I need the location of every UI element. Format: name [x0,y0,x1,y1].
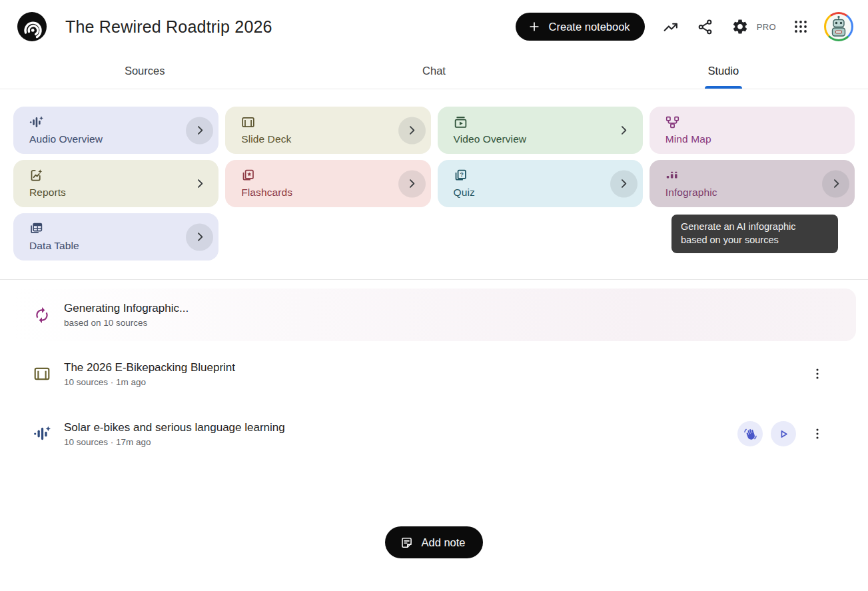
card-slide-deck[interactable]: Slide Deck [225,107,430,154]
notebooklm-logo-icon[interactable] [17,12,47,41]
card-data-table[interactable]: Data Table [13,213,218,261]
play-button[interactable] [771,421,796,446]
card-label: Video Overview [454,133,632,145]
tab-chat-label: Chat [422,65,446,77]
tab-sources[interactable]: Sources [0,53,289,89]
create-notebook-button[interactable]: Create notebook [516,13,645,41]
audio-waveform-icon [29,115,43,129]
note-icon [400,536,414,550]
plus-icon [528,20,541,33]
card-label: Quiz [454,187,632,199]
card-reports[interactable]: Reports [13,160,218,207]
settings-gear-icon[interactable] [725,11,755,42]
card-label: Reports [29,187,208,199]
card-label: Infographic [665,187,844,199]
card-video-overview[interactable]: Video Overview [438,107,643,154]
tab-chat[interactable]: Chat [289,53,578,89]
share-icon[interactable] [690,11,721,42]
header-actions: Create notebook PRO [516,11,853,42]
card-label: Mind Map [665,133,844,145]
notebook-title[interactable]: The Rewired Roadtrip 2026 [65,17,272,37]
infographic-icon [665,169,679,183]
active-tab-underline [705,86,742,89]
chevron-right-icon[interactable] [186,117,213,144]
analytics-icon[interactable] [655,11,686,42]
quiz-icon: ? [454,169,468,183]
apps-grid-icon[interactable] [785,11,816,42]
add-note-button[interactable]: Add note [385,526,482,558]
more-options-icon[interactable] [804,360,831,387]
add-note-container: Add note [0,526,868,558]
create-notebook-label: Create notebook [549,21,630,33]
card-label: Audio Overview [29,133,208,145]
flashcards-icon [241,169,255,183]
card-mind-map[interactable]: Mind Map [650,107,855,154]
tab-sources-label: Sources [125,65,165,77]
chevron-right-icon[interactable] [398,170,426,197]
card-quiz[interactable]: ? Quiz [438,160,643,207]
mind-map-icon [665,115,679,129]
chevron-right-icon[interactable] [822,170,849,197]
interactive-mode-button[interactable] [737,421,763,446]
chevron-right-icon[interactable] [610,117,638,144]
pro-badge: PRO [757,22,776,32]
audio-waveform-icon [33,425,51,442]
svg-text:?: ? [460,171,463,178]
infographic-tooltip: Generate an AI infographic based on your… [671,215,838,253]
artifact-title: Solar e-bikes and serious language learn… [64,421,285,434]
tooltip-line1: Generate an AI infographic [681,220,829,233]
video-overview-icon [454,115,468,129]
card-flashcards[interactable]: Flashcards [225,160,430,207]
reports-icon [29,169,43,183]
add-note-label: Add note [421,536,465,549]
chevron-right-icon[interactable] [398,117,426,144]
user-avatar[interactable] [824,12,853,41]
sync-icon [33,306,51,324]
artifact-generating-infographic[interactable]: Generating Infographic... based on 10 so… [12,289,856,341]
card-label: Flashcards [241,187,420,199]
tab-studio-label: Studio [707,65,739,77]
artifact-audio-overview[interactable]: Solar e-bikes and serious language learn… [12,408,856,460]
card-infographic[interactable]: Infographic [650,160,855,207]
artifact-list: Generating Infographic... based on 10 so… [0,280,868,460]
play-icon [777,427,791,441]
slide-deck-icon [241,115,255,129]
artifact-meta: based on 10 sources [64,318,189,328]
tooltip-line2: based on your sources [681,233,829,247]
data-table-icon [29,222,43,236]
card-label: Slide Deck [241,133,420,145]
chevron-right-icon[interactable] [186,170,213,197]
more-options-icon[interactable] [804,420,831,447]
tab-studio[interactable]: Studio [579,53,868,89]
artifact-title: The 2026 E-Bikepacking Blueprint [64,361,235,374]
artifact-title: Generating Infographic... [64,302,189,315]
artifact-slide-deck[interactable]: The 2026 E-Bikepacking Blueprint 10 sour… [12,348,856,400]
waving-hand-icon [743,427,757,441]
chevron-right-icon[interactable] [610,170,638,197]
card-audio-overview[interactable]: Audio Overview [13,107,218,154]
card-label: Data Table [29,240,208,252]
app-header: The Rewired Roadtrip 2026 Create noteboo… [0,0,868,53]
artifact-meta: 10 sources · 17m ago [64,437,285,447]
panel-tabbar: Sources Chat Studio [0,53,868,89]
chevron-right-icon[interactable] [186,223,213,251]
slide-deck-icon [33,365,51,382]
artifact-meta: 10 sources · 1m ago [64,377,235,387]
avatar-robot-image [826,14,851,39]
